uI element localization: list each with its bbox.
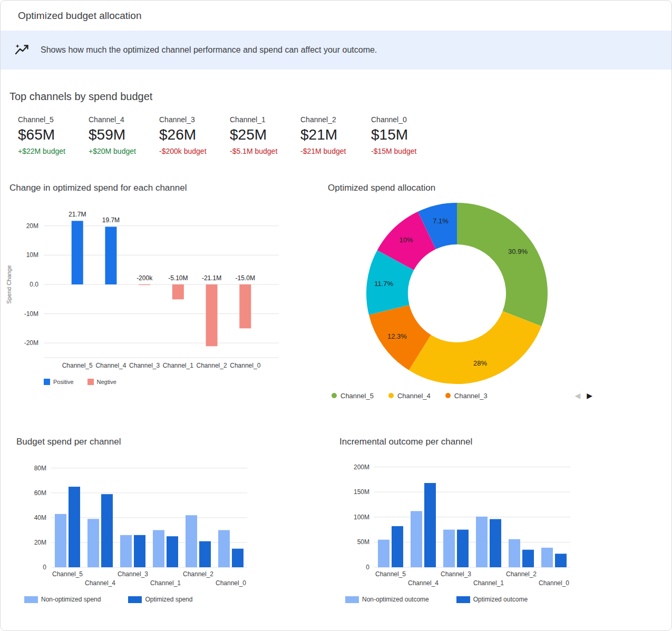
channel-name: Channel_1	[230, 115, 300, 124]
pie-slice-channel_5[interactable]	[457, 203, 548, 326]
charts-row-1: Change in optimized spend for each chann…	[1, 183, 671, 400]
x-tick-label: Channel_1	[473, 579, 504, 587]
pie-slice-channel_4[interactable]	[409, 311, 542, 384]
bar-nonoptimized-channel_3[interactable]	[443, 530, 455, 567]
bar-nonoptimized-channel_2[interactable]	[186, 515, 197, 567]
bar-channel_3[interactable]	[139, 284, 150, 285]
channel-spend-value: $26M	[159, 126, 230, 143]
legend-prev-button[interactable]: ◀	[574, 391, 580, 400]
bar-value-label: -5.10M	[168, 274, 188, 282]
bar-optimized-channel_2[interactable]	[199, 541, 211, 567]
banner-text: Shows how much the optimized channel per…	[41, 45, 377, 55]
channel-spend-value: $21M	[300, 126, 371, 143]
channel-name: Channel_2	[300, 115, 371, 124]
legend-item-channel_5: Channel_5	[332, 392, 374, 400]
report-titlebar: Optimized budget allocation	[1, 1, 671, 31]
bar-nonoptimized-channel_1[interactable]	[476, 517, 488, 567]
x-tick-label: Channel_5	[52, 570, 83, 578]
bar-channel_1[interactable]	[172, 284, 184, 299]
bar-nonoptimized-channel_4[interactable]	[87, 519, 99, 567]
channel-card-channel_0: Channel_0$15M-$15M budget	[371, 115, 442, 155]
pie-slice-label: 7.1%	[433, 217, 449, 225]
bar-optimized-channel_4[interactable]	[424, 483, 436, 567]
y-tick-label: 100M	[354, 514, 369, 521]
channel-spend-value: $65M	[18, 126, 89, 143]
spend-change-title: Change in optimized spend for each chann…	[9, 183, 319, 193]
channel-budget-delta: -$21M budget	[300, 147, 371, 155]
y-tick-label: 0	[366, 564, 369, 571]
bar-optimized-channel_1[interactable]	[490, 519, 501, 567]
bar-optimized-channel_0[interactable]	[232, 549, 244, 567]
bar-nonoptimized-channel_5[interactable]	[378, 540, 389, 567]
legend-label: Negtive	[97, 379, 116, 385]
channel-budget-delta: -$15M budget	[371, 147, 442, 155]
bar-nonoptimized-channel_4[interactable]	[411, 511, 422, 567]
spend-allocation-title: Optimized spend allocation	[328, 183, 671, 193]
bar-optimized-channel_1[interactable]	[167, 536, 178, 567]
page-title: Optimized budget allocation	[18, 10, 141, 22]
x-tick-label: Channel_1	[150, 579, 181, 587]
y-tick-label: -20M	[24, 339, 38, 347]
legend-swatch	[44, 379, 50, 385]
bar-nonoptimized-channel_2[interactable]	[509, 539, 520, 567]
spend-allocation-legend: Channel_5Channel_4Channel_3	[332, 392, 488, 400]
channel-card-channel_5: Channel_5$65M+$22M budget	[18, 115, 89, 155]
channel-budget-delta: +$20M budget	[89, 147, 159, 155]
legend-swatch	[24, 596, 38, 603]
legend-pager: ◀ ▶	[574, 391, 592, 400]
bar-nonoptimized-channel_5[interactable]	[55, 514, 66, 567]
budget-spend-legend: Non-optimized spendOptimized spend	[24, 596, 319, 603]
bar-channel_0[interactable]	[239, 284, 251, 328]
legend-swatch	[456, 596, 470, 603]
budget-spend-section: Budget spend per channel 020M40M60M80MCh…	[1, 437, 319, 603]
budget-spend-chart-canvas: 020M40M60M80MChannel_5Channel_4Channel_3…	[16, 453, 290, 588]
spend-change-section: Change in optimized spend for each chann…	[1, 183, 319, 400]
channel-spend-value: $25M	[230, 126, 300, 143]
bar-channel_4[interactable]	[105, 226, 116, 284]
legend-item-optimized-spend: Optimized spend	[128, 596, 192, 603]
bar-optimized-channel_3[interactable]	[457, 530, 469, 567]
legend-next-button[interactable]: ▶	[587, 391, 592, 400]
bar-optimized-channel_4[interactable]	[101, 494, 113, 567]
legend-item-negtive: Negtive	[87, 379, 116, 385]
y-tick-label: 200M	[354, 464, 369, 471]
y-tick-label: -10M	[24, 310, 38, 318]
legend-label: Non-optimized outcome	[362, 596, 429, 603]
x-tick-label: Channel_2	[506, 570, 537, 578]
bar-nonoptimized-channel_1[interactable]	[153, 530, 164, 567]
info-banner: Shows how much the optimized channel per…	[1, 31, 671, 70]
y-tick-label: 0.0	[30, 281, 38, 288]
channel-budget-delta: -$5.1M budget	[230, 147, 300, 155]
y-axis-title: Spend Change	[6, 265, 12, 303]
bar-optimized-channel_3[interactable]	[134, 535, 145, 567]
channel-card-channel_4: Channel_4$59M+$20M budget	[89, 115, 159, 155]
bar-optimized-channel_2[interactable]	[522, 550, 534, 567]
x-tick-label: Channel_0	[216, 579, 246, 587]
channel-cards-row: Channel_5$65M+$22M budgetChannel_4$59M+$…	[1, 103, 671, 155]
legend-item-channel_4: Channel_4	[388, 392, 431, 400]
bar-channel_5[interactable]	[72, 221, 83, 284]
bar-nonoptimized-channel_3[interactable]	[120, 535, 132, 567]
legend-label: Optimized spend	[145, 596, 192, 603]
channel-card-channel_1: Channel_1$25M-$5.1M budget	[230, 115, 300, 155]
y-tick-label: 20M	[26, 222, 38, 230]
incremental-outcome-section: Incremental outcome per channel 050M100M…	[319, 437, 671, 603]
legend-dot	[388, 393, 394, 398]
pie-slice-label: 12.3%	[387, 332, 407, 340]
legend-swatch	[345, 596, 359, 603]
bar-optimized-channel_5[interactable]	[69, 487, 80, 567]
bar-channel_2[interactable]	[206, 284, 218, 346]
pie-slice-label: 10%	[400, 236, 413, 244]
budget-spend-title: Budget spend per channel	[16, 437, 319, 447]
x-tick-label: Channel_2	[183, 570, 213, 578]
bar-nonoptimized-channel_0[interactable]	[541, 548, 553, 567]
x-tick-label: Channel_2	[197, 362, 227, 369]
bar-optimized-channel_5[interactable]	[392, 526, 403, 567]
bar-nonoptimized-channel_0[interactable]	[218, 530, 230, 567]
spend-allocation-section: Optimized spend allocation 30.9%28%12.3%…	[319, 183, 671, 400]
channel-budget-delta: -$200k budget	[159, 147, 230, 155]
channel-name: Channel_4	[89, 115, 159, 124]
x-tick-label: Channel_4	[408, 579, 439, 587]
pie-slice-label: 28%	[473, 359, 487, 367]
bar-optimized-channel_0[interactable]	[555, 554, 567, 567]
